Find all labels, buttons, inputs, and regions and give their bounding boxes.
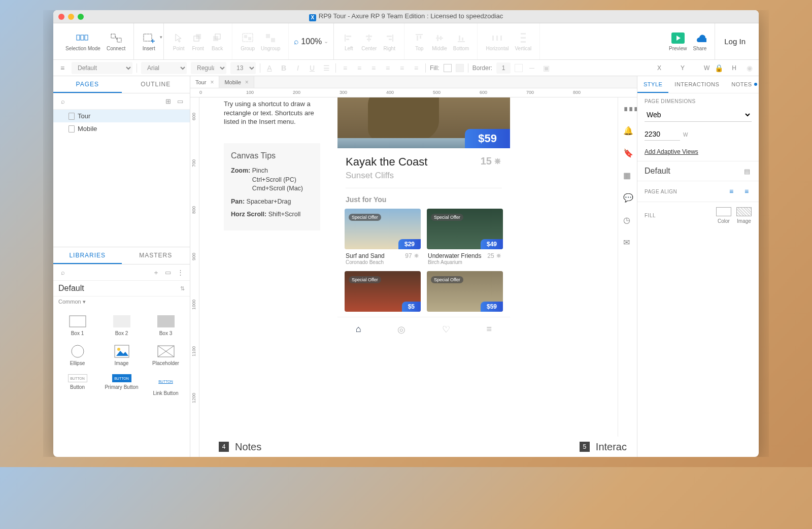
widget-box-2[interactable]: Box 2 — [100, 311, 143, 339]
home-icon[interactable]: ⌂ — [356, 324, 361, 335]
border-width-input[interactable] — [496, 62, 511, 74]
font-family-select[interactable]: Arial — [141, 62, 187, 74]
svg-rect-18 — [346, 39, 349, 40]
close-window[interactable] — [58, 14, 64, 20]
svg-rect-24 — [389, 39, 392, 40]
ungroup-button: Ungroup — [258, 29, 283, 53]
font-weight-select[interactable]: Regular — [191, 62, 226, 74]
svg-rect-14 — [266, 34, 270, 38]
share-button[interactable]: Share — [690, 29, 710, 53]
page-item-tour[interactable]: Tour — [53, 110, 190, 122]
location-icon[interactable]: ◎ — [397, 324, 405, 335]
library-select[interactable]: Default⇅ — [53, 281, 190, 296]
hero-price: $59 — [465, 129, 510, 148]
svg-rect-20 — [366, 36, 372, 37]
zoom-window[interactable] — [78, 14, 84, 20]
style-preset-select[interactable]: Default — [72, 62, 132, 74]
offer-card[interactable]: Special Offer$5 — [345, 271, 421, 312]
insert-button[interactable]: ＋▾ Insert — [139, 29, 158, 53]
svg-rect-27 — [420, 36, 421, 39]
main-toolbar: Selection Mode Connect ＋▾ Insert Point F… — [53, 23, 759, 60]
login-button[interactable]: Log In — [715, 23, 755, 59]
preview-button[interactable]: Preview — [666, 29, 690, 53]
tab-masters[interactable]: MASTERS — [122, 247, 190, 264]
bars-icon[interactable]: ∎∎∎ — [623, 104, 632, 113]
search-icon: ⌕ — [294, 37, 299, 46]
offer-card[interactable]: Special Offer$59 — [427, 271, 503, 312]
note-marker[interactable]: 4 — [219, 442, 229, 452]
align-middle-button: Middle — [429, 29, 450, 53]
bookmark-icon[interactable]: 🔖 — [623, 148, 632, 157]
fill-color-swatch[interactable] — [444, 64, 452, 72]
clock-icon[interactable]: ◷ — [623, 215, 632, 224]
page-item-mobile[interactable]: Mobile — [53, 122, 190, 135]
fill-color-option[interactable]: Color — [716, 207, 731, 224]
minimize-window[interactable] — [68, 14, 74, 20]
widget-box-3[interactable]: Box 3 — [145, 311, 187, 339]
border-sides-icon: ▣ — [541, 63, 551, 73]
offer-card[interactable]: Special Offer$29 — [345, 209, 421, 249]
canvas-help-text: Try using a shortcut to draw a rectangle… — [224, 100, 320, 126]
tab-notes[interactable]: NOTES — [725, 76, 759, 93]
tab-libraries[interactable]: LIBRARIES — [53, 247, 122, 264]
page-dimensions-label: PAGE DIMENSIONS — [645, 98, 752, 104]
svg-line-5 — [115, 36, 117, 40]
doc-tab-mobile[interactable]: Mobile× — [219, 76, 254, 88]
widget-ellipse[interactable]: Ellipse — [56, 341, 98, 369]
add-folder-button[interactable]: ▭ — [176, 97, 185, 106]
connect-button[interactable]: Connect — [104, 29, 128, 53]
mail-icon[interactable]: ✉ — [623, 238, 632, 247]
library-options-button[interactable]: ▭ — [163, 268, 173, 277]
pages-search-input[interactable] — [71, 98, 160, 105]
selection-mode-button[interactable]: Selection Mode — [62, 29, 104, 53]
align-bottom-button: Bottom — [450, 29, 472, 53]
bell-icon[interactable]: 🔔 — [623, 126, 632, 135]
paint-format-icon[interactable]: ≡ — [57, 63, 67, 73]
close-tab-icon[interactable]: × — [245, 79, 249, 86]
page-align-left-button[interactable]: ≡ — [726, 186, 736, 196]
fill-image-option[interactable]: Image — [736, 207, 752, 224]
widget-link-button[interactable]: BUTTONLink Button — [145, 371, 187, 399]
w-label: W — [704, 64, 709, 72]
doc-tab-tour[interactable]: Tour× — [190, 76, 219, 88]
zoom-control[interactable]: ⌕100% ⌄ — [294, 37, 328, 46]
widget-button[interactable]: BUTTONButton — [56, 371, 98, 399]
page-dimensions-preset[interactable]: Web — [645, 108, 752, 122]
font-size-select[interactable]: 13 — [230, 62, 256, 74]
menu-icon[interactable]: ≡ — [487, 324, 492, 335]
tab-outline[interactable]: OUTLINE — [122, 76, 190, 93]
text-align-left-icon: ≡ — [340, 63, 350, 73]
add-library-button[interactable]: ＋ — [151, 268, 160, 277]
add-page-button[interactable]: ⊞ — [163, 97, 173, 106]
style-manage-icon[interactable]: ▤ — [742, 167, 752, 176]
close-tab-icon[interactable]: × — [210, 79, 214, 86]
library-menu-button[interactable]: ⋮ — [176, 268, 185, 277]
artboard[interactable]: Try using a shortcut to draw a rectangle… — [199, 97, 637, 457]
widget-placeholder[interactable]: Placeholder — [145, 341, 187, 369]
svg-rect-34 — [492, 36, 494, 41]
chat-icon[interactable]: 💬 — [623, 193, 632, 202]
libraries-search-input[interactable] — [71, 269, 148, 276]
window-title: XRP9 Tour - Axure RP 9 Team Edition : Li… — [53, 12, 759, 21]
widget-box-1[interactable]: Box 1 — [56, 311, 98, 339]
svg-rect-30 — [440, 36, 442, 40]
hero-image: $59 — [337, 97, 510, 148]
svg-rect-36 — [500, 36, 502, 41]
widget-image[interactable]: Image — [100, 341, 143, 369]
page-align-center-button[interactable]: ≡ — [741, 186, 752, 196]
library-category[interactable]: Common ▾ — [53, 296, 190, 307]
note-marker[interactable]: 5 — [580, 442, 590, 452]
tab-pages[interactable]: PAGES — [53, 76, 122, 93]
tab-style[interactable]: STYLE — [637, 76, 668, 93]
calendar-icon[interactable]: ▦ — [623, 171, 632, 180]
offer-card[interactable]: Special Offer$49 — [427, 209, 503, 249]
tab-interactions[interactable]: INTERACTIONS — [668, 76, 725, 93]
heart-icon[interactable]: ♡ — [442, 324, 450, 335]
artboard-right-rail: ∎∎∎ 🔔 🔖 ▦ 💬 ◷ ✉ — [618, 97, 637, 437]
activity-subtitle: Sunset Cliffs — [337, 171, 510, 185]
interactions-title: Interac — [596, 441, 627, 453]
widget-primary-button[interactable]: BUTTONPrimary Button — [100, 371, 143, 399]
page-width-input[interactable] — [645, 128, 680, 141]
add-adaptive-views-link[interactable]: Add Adaptive Views — [645, 148, 698, 155]
lock-icon[interactable]: 🔒 — [714, 63, 724, 73]
